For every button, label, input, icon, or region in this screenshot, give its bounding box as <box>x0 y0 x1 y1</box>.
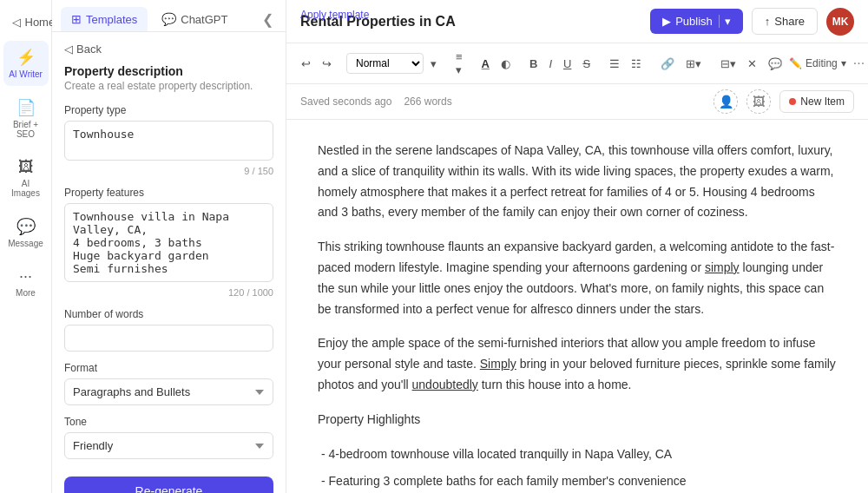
property-features-group: Property features Townhouse villa in Nap… <box>64 187 273 298</box>
top-bar: Rental Properties in CA Apply template ▶… <box>286 0 868 43</box>
editor-paragraph-3: Enjoy the ample space of the semi-furnis… <box>318 333 837 395</box>
publish-button[interactable]: ▶ Publish ▾ <box>650 9 743 34</box>
more-options-button[interactable]: ··· <box>849 53 868 74</box>
doc-meta-bar: Saved seconds ago 266 words 👤 🖼 New Item <box>286 84 868 120</box>
format-style-select[interactable]: Normal Heading 1 Heading 2 <box>346 53 424 74</box>
highlight-button[interactable]: ◐ <box>496 54 515 74</box>
title-group: Rental Properties in CA Apply template <box>300 14 641 30</box>
num-list-button[interactable]: ☷ <box>627 54 646 74</box>
bold-button[interactable]: B <box>525 54 542 74</box>
main-area: Rental Properties in CA Apply template ▶… <box>286 0 868 493</box>
home-label: Home <box>25 16 56 29</box>
user-share-icon-button[interactable]: 👤 <box>713 89 738 114</box>
sidebar-icons: ◁ Home ⚡ AI Writer 📄 Brief + SEO 🖼 AI Im… <box>0 0 52 493</box>
property-features-input[interactable]: Townhouse villa in Napa Valley, CA, 4 be… <box>64 203 273 282</box>
property-features-char-count: 120 / 1000 <box>64 287 273 298</box>
collapse-panel-button[interactable]: ❮ <box>259 8 277 31</box>
editing-badge: ✏️ Editing ▾ <box>789 57 846 69</box>
apply-template-link[interactable]: Apply template <box>300 9 641 21</box>
back-label: Back <box>76 43 102 56</box>
strikethrough-button[interactable]: S <box>578 54 595 74</box>
tab-templates-label: Templates <box>86 13 137 26</box>
clear-format-button[interactable]: ✕ <box>743 54 761 74</box>
regenerate-button[interactable]: Re-generate <box>64 477 273 493</box>
redo-button[interactable]: ↪ <box>318 54 336 74</box>
new-item-label: New Item <box>800 95 845 108</box>
share-label: Share <box>774 15 805 28</box>
undo-button[interactable]: ↩ <box>297 54 315 74</box>
format-select[interactable]: Paragraphs and Bullets Paragraphs only B… <box>64 378 273 405</box>
underline-simply: simply <box>705 260 740 274</box>
font-color-button[interactable]: A <box>477 54 494 74</box>
panel-content: ◁ Back Property description Create a rea… <box>52 32 286 493</box>
more-icon: ··· <box>19 267 32 286</box>
editing-dropdown-icon[interactable]: ▾ <box>841 57 846 69</box>
share-upload-icon: ↑ <box>765 15 771 28</box>
underline-undoubtedly: undoubtedly <box>412 378 478 391</box>
tab-templates[interactable]: ⊞ Templates <box>61 7 148 31</box>
back-button[interactable]: ◁ Back <box>64 43 102 56</box>
brief-seo-icon: 📄 <box>16 98 36 117</box>
image-insert-button[interactable]: ⊞▾ <box>681 54 706 74</box>
table-button[interactable]: ⊟▾ <box>716 54 740 74</box>
new-item-button[interactable]: New Item <box>779 90 854 113</box>
home-button[interactable]: ◁ Home <box>3 9 49 36</box>
tone-group: Tone Friendly Formal Casual Professional <box>64 416 273 459</box>
sidebar-item-message[interactable]: 💬 Message <box>3 210 49 255</box>
format-dropdown-btn[interactable]: ▾ <box>426 54 441 74</box>
sidebar-item-brief-seo[interactable]: 📄 Brief + SEO <box>3 91 49 146</box>
num-words-label: Number of words <box>64 308 273 320</box>
message-label: Message <box>8 239 43 248</box>
ai-writer-icon: ⚡ <box>16 48 36 67</box>
tone-label: Tone <box>64 416 273 428</box>
tone-select[interactable]: Friendly Formal Casual Professional <box>64 432 273 459</box>
home-icon: ◁ <box>12 16 21 29</box>
format-group: Format Paragraphs and Bullets Paragraphs… <box>64 362 273 405</box>
templates-icon: ⊞ <box>71 12 82 26</box>
property-type-input[interactable]: Townhouse <box>64 121 273 161</box>
section-title: Property description <box>64 64 273 78</box>
sidebar-item-ai-images[interactable]: 🖼 AI Images <box>3 151 49 205</box>
publish-label: Publish <box>675 15 713 28</box>
back-arrow-icon: ◁ <box>64 43 73 56</box>
num-words-input[interactable]: 300 <box>64 325 273 352</box>
italic-button[interactable]: I <box>544 54 556 74</box>
share-button[interactable]: ↑ Share <box>752 8 818 35</box>
comment-button[interactable]: 💬 <box>764 54 786 74</box>
underline-simply-2: Simply <box>480 357 516 371</box>
avatar: MK <box>826 8 854 36</box>
underline-button[interactable]: U <box>559 54 575 74</box>
bullet-list-button[interactable]: ☰ <box>605 54 624 74</box>
bullet-item-1: - 4-bedroom townhouse villa located tran… <box>318 444 837 465</box>
align-button[interactable]: ≡ ▾ <box>451 47 467 80</box>
sidebar-item-more[interactable]: ··· More <box>3 260 49 305</box>
editing-label: Editing <box>806 57 838 69</box>
ai-writer-label: AI Writer <box>9 69 43 79</box>
publish-dropdown-icon[interactable]: ▾ <box>719 15 731 28</box>
image-meta-button[interactable]: 🖼 <box>746 89 771 114</box>
publish-play-icon: ▶ <box>662 15 671 28</box>
sidebar-item-ai-writer[interactable]: ⚡ AI Writer <box>3 41 49 86</box>
editor-highlights-title: Property Highlights <box>318 410 837 431</box>
editor-area[interactable]: Nestled in the serene landscapes of Napa… <box>286 120 868 493</box>
link-button[interactable]: 🔗 <box>656 54 679 74</box>
editor-paragraph-1: Nestled in the serene landscapes of Napa… <box>318 141 837 223</box>
message-icon: 💬 <box>16 217 36 236</box>
more-label: More <box>16 288 36 298</box>
editor-paragraph-2: This striking townhouse flaunts an expan… <box>318 237 837 319</box>
bullet-item-2: - Featuring 3 complete baths for each fa… <box>318 471 837 492</box>
section-subtitle: Create a real estate property descriptio… <box>64 80 273 92</box>
pencil-icon: ✏️ <box>789 57 802 69</box>
new-item-dot <box>789 98 796 105</box>
tab-chatgpt-label: ChatGPT <box>181 13 227 26</box>
brief-seo-label: Brief + SEO <box>9 120 43 139</box>
word-count: 266 words <box>404 95 451 108</box>
toolbar: ↩ ↪ Normal Heading 1 Heading 2 ▾ ≡ ▾ A ◐… <box>286 43 868 84</box>
property-type-group: Property type Townhouse 9 / 150 <box>64 104 273 176</box>
ai-images-label: AI Images <box>9 179 43 198</box>
property-features-label: Property features <box>64 187 273 199</box>
ai-images-icon: 🖼 <box>18 158 34 176</box>
tab-chatgpt[interactable]: 💬 ChatGPT <box>151 7 238 31</box>
left-panel: ⊞ Templates 💬 ChatGPT ❮ ◁ Back Property … <box>52 0 286 493</box>
format-label: Format <box>64 362 273 374</box>
